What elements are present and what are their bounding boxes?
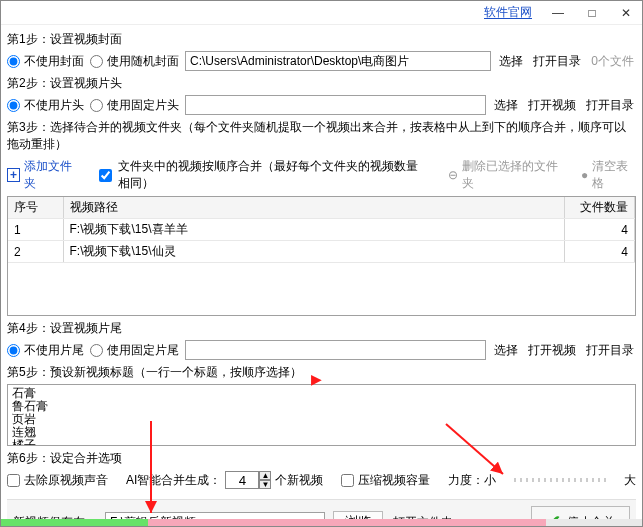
step1-label: 第1步：设置视频封面 bbox=[7, 31, 636, 48]
table-row[interactable]: 2 F:\视频下载\15\仙灵 4 bbox=[8, 241, 635, 263]
progress-bar bbox=[1, 519, 642, 526]
clear-table-button[interactable]: ● 清空表格 bbox=[581, 158, 636, 192]
remove-audio-checkbox[interactable]: 去除原视频声音 bbox=[7, 472, 108, 489]
step1-path-input[interactable] bbox=[185, 51, 491, 71]
folder-table[interactable]: 序号 视频路径 文件数量 1 F:\视频下载\15\喜羊羊 4 2 F:\视频下… bbox=[7, 196, 636, 316]
order-merge-checkbox[interactable]: 文件夹中的视频按顺序合并（最好每个文件夹的视频数量相同） bbox=[99, 158, 428, 192]
official-site-link[interactable]: 软件官网 bbox=[484, 4, 532, 21]
step4: 第4步：设置视频片尾 不使用片尾 使用固定片尾 选择 打开视频 打开目录 bbox=[7, 320, 636, 360]
step2-open-video-button[interactable]: 打开视频 bbox=[526, 97, 578, 114]
ai-gen-suffix: 个新视频 bbox=[275, 472, 323, 489]
step4-open-video-button[interactable]: 打开视频 bbox=[526, 342, 578, 359]
step4-label: 第4步：设置视频片尾 bbox=[7, 320, 636, 337]
step2-select-button[interactable]: 选择 bbox=[492, 97, 520, 114]
spin-up-icon[interactable]: ▲ bbox=[259, 471, 271, 480]
ai-gen-label: AI智能合并生成： bbox=[126, 472, 221, 489]
step2-open-dir-button[interactable]: 打开目录 bbox=[584, 97, 636, 114]
spin-down-icon[interactable]: ▼ bbox=[259, 480, 271, 489]
title-bar: 软件官网 — □ ✕ bbox=[1, 1, 642, 25]
step6-label: 第6步：设定合并选项 bbox=[7, 450, 636, 467]
step6: 第6步：设定合并选项 去除原视频声音 AI智能合并生成： ▲ ▼ 个新视频 压缩… bbox=[7, 450, 636, 489]
col-idx: 序号 bbox=[8, 197, 63, 219]
step3: 第3步：选择待合并的视频文件夹（每个文件夹随机提取一个视频出来合并，按表格中从上… bbox=[7, 119, 636, 316]
step4-path-input[interactable] bbox=[185, 340, 486, 360]
add-folder-button[interactable]: + 添加文件夹 bbox=[7, 158, 79, 192]
step2-radio-none[interactable]: 不使用片头 bbox=[7, 97, 84, 114]
col-path: 视频路径 bbox=[63, 197, 565, 219]
strength-label: 力度：小 bbox=[448, 472, 496, 489]
minimize-icon[interactable]: — bbox=[550, 5, 566, 21]
step4-select-button[interactable]: 选择 bbox=[492, 342, 520, 359]
col-count: 文件数量 bbox=[565, 197, 635, 219]
step1: 第1步：设置视频封面 不使用封面 使用随机封面 选择 打开目录 0个文件 bbox=[7, 31, 636, 71]
step4-open-dir-button[interactable]: 打开目录 bbox=[584, 342, 636, 359]
strength-max: 大 bbox=[624, 472, 636, 489]
play-marker-icon: ▶ bbox=[311, 371, 322, 387]
plus-icon: + bbox=[7, 168, 20, 182]
delete-selected-button[interactable]: ⊖ 删除已选择的文件夹 bbox=[448, 158, 561, 192]
step4-radio-fixed[interactable]: 使用固定片尾 bbox=[90, 342, 179, 359]
step1-select-button[interactable]: 选择 bbox=[497, 53, 525, 70]
step3-label: 第3步：选择待合并的视频文件夹（每个文件夹随机提取一个视频出来合并，按表格中从上… bbox=[7, 119, 636, 153]
close-icon[interactable]: ✕ bbox=[618, 5, 634, 21]
ai-count-spinner[interactable]: ▲ ▼ bbox=[225, 471, 271, 489]
step4-radio-none[interactable]: 不使用片尾 bbox=[7, 342, 84, 359]
step1-radio-none[interactable]: 不使用封面 bbox=[7, 53, 84, 70]
step2-path-input[interactable] bbox=[185, 95, 486, 115]
delete-icon: ⊖ bbox=[448, 168, 458, 182]
compress-checkbox[interactable]: 压缩视频容量 bbox=[341, 472, 430, 489]
clear-icon: ● bbox=[581, 168, 588, 182]
step1-file-count: 0个文件 bbox=[589, 53, 636, 70]
step2: 第2步：设置视频片头 不使用片头 使用固定片头 选择 打开视频 打开目录 bbox=[7, 75, 636, 115]
strength-slider[interactable] bbox=[514, 478, 606, 482]
titles-textarea[interactable]: 石膏 鲁石膏 页岩 连翘 橘子 bbox=[7, 384, 636, 446]
step2-label: 第2步：设置视频片头 bbox=[7, 75, 636, 92]
step1-open-dir-button[interactable]: 打开目录 bbox=[531, 53, 583, 70]
table-row[interactable]: 1 F:\视频下载\15\喜羊羊 4 bbox=[8, 219, 635, 241]
step2-radio-fixed[interactable]: 使用固定片头 bbox=[90, 97, 179, 114]
maximize-icon[interactable]: □ bbox=[584, 5, 600, 21]
step1-radio-random[interactable]: 使用随机封面 bbox=[90, 53, 179, 70]
